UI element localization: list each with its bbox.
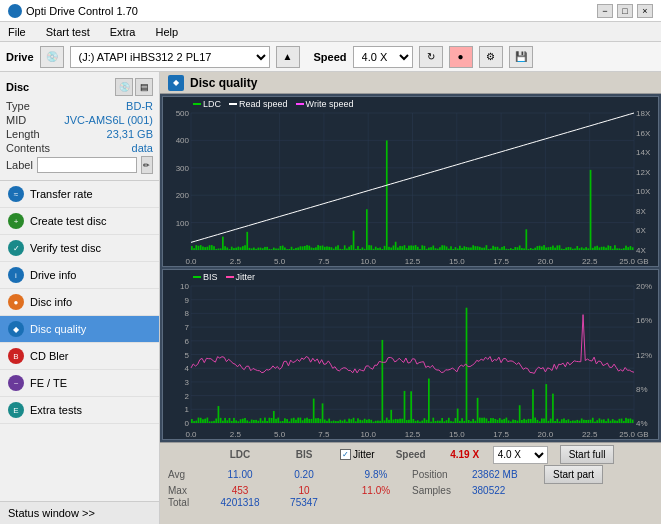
- status-window-label: Status window >>: [8, 507, 95, 519]
- nav-icon-verify-test-disc: ✓: [8, 240, 24, 256]
- legend-read: Read speed: [229, 99, 288, 109]
- drive-label: Drive: [6, 51, 34, 63]
- mid-value: JVC-AMS6L (001): [64, 114, 153, 126]
- nav-label-verify-test-disc: Verify test disc: [30, 242, 101, 254]
- nav-label-cd-bler: CD Bler: [30, 350, 69, 362]
- titlebar-title: Opti Drive Control 1.70: [8, 4, 138, 18]
- chart2-legend: BIS Jitter: [193, 272, 255, 282]
- legend-bis: BIS: [193, 272, 218, 282]
- record-button[interactable]: ●: [449, 46, 473, 68]
- disc-icon-2[interactable]: ▤: [135, 78, 153, 96]
- speed-header: Speed: [383, 449, 439, 460]
- nav-menu: ≈ Transfer rate + Create test disc ✓ Ver…: [0, 181, 159, 424]
- ldc-chart: LDC Read speed Write speed: [162, 96, 659, 267]
- jitter-check-label: Jitter: [353, 449, 375, 460]
- disc-header: Disc 💿 ▤: [6, 78, 153, 96]
- jitter-checkbox[interactable]: ✓: [340, 449, 351, 460]
- length-label: Length: [6, 128, 40, 140]
- length-value: 23,31 GB: [107, 128, 153, 140]
- label-edit-icon[interactable]: ✏: [141, 156, 153, 174]
- bis-header: BIS: [276, 449, 332, 460]
- drive-select[interactable]: (J:) ATAPI iHBS312 2 PL17: [70, 46, 270, 68]
- nav-icon-transfer-rate: ≈: [8, 186, 24, 202]
- write-dot: [296, 103, 304, 105]
- disc-contents-row: Contents data: [6, 142, 153, 154]
- main-layout: Disc 💿 ▤ Type BD-R MID JVC-AMS6L (001) L…: [0, 72, 661, 524]
- nav-item-disc-info[interactable]: ● Disc info: [0, 289, 159, 316]
- start-part-button[interactable]: Start part: [544, 465, 603, 484]
- speed-target-select[interactable]: 4.0 X: [493, 446, 548, 464]
- chart1-legend: LDC Read speed Write speed: [193, 99, 353, 109]
- jitter-checkbox-row: ✓ Jitter: [340, 449, 375, 460]
- samples-value: 380522: [472, 485, 532, 496]
- nav-item-verify-test-disc[interactable]: ✓ Verify test disc: [0, 235, 159, 262]
- status-window-button[interactable]: Status window >>: [0, 501, 159, 524]
- avg-label: Avg: [168, 469, 204, 480]
- close-button[interactable]: ×: [637, 4, 653, 18]
- sidebar: Disc 💿 ▤ Type BD-R MID JVC-AMS6L (001) L…: [0, 72, 160, 524]
- nav-icon-fe-te: ~: [8, 375, 24, 391]
- avg-ldc: 11.00: [208, 469, 272, 480]
- quality-title: Disc quality: [190, 76, 257, 90]
- menu-start-test[interactable]: Start test: [42, 26, 94, 38]
- menu-help[interactable]: Help: [151, 26, 182, 38]
- label-input[interactable]: [37, 157, 137, 173]
- speed-value: 4.19 X: [443, 449, 487, 460]
- max-ldc: 453: [208, 485, 272, 496]
- nav-item-create-test-disc[interactable]: + Create test disc: [0, 208, 159, 235]
- nav-label-disc-quality: Disc quality: [30, 323, 86, 335]
- menubar: File Start test Extra Help: [0, 22, 661, 42]
- position-label: Position: [412, 469, 468, 480]
- nav-item-extra-tests[interactable]: E Extra tests: [0, 397, 159, 424]
- ldc-dot: [193, 103, 201, 105]
- drive-bar: Drive 💿 (J:) ATAPI iHBS312 2 PL17 ▲ Spee…: [0, 42, 661, 72]
- refresh-button[interactable]: ↻: [419, 46, 443, 68]
- jitter-dot: [226, 276, 234, 278]
- nav-item-fe-te[interactable]: ~ FE / TE: [0, 370, 159, 397]
- type-label: Type: [6, 100, 30, 112]
- ldc-header: LDC: [208, 449, 272, 460]
- minimize-button[interactable]: −: [597, 4, 613, 18]
- max-jitter: 11.0%: [344, 485, 408, 496]
- disc-length-row: Length 23,31 GB: [6, 128, 153, 140]
- window-controls: − □ ×: [597, 4, 653, 18]
- menu-file[interactable]: File: [4, 26, 30, 38]
- nav-icon-create-test-disc: +: [8, 213, 24, 229]
- nav-item-transfer-rate[interactable]: ≈ Transfer rate: [0, 181, 159, 208]
- start-full-button[interactable]: Start full: [560, 445, 615, 464]
- nav-icon-disc-quality: ◆: [8, 321, 24, 337]
- position-value: 23862 MB: [472, 469, 532, 480]
- stats-max-row: Max 453 10 11.0% Samples 380522: [168, 485, 657, 496]
- total-ldc: 4201318: [208, 497, 272, 508]
- bis-dot: [193, 276, 201, 278]
- bis-chart-canvas: [163, 270, 658, 439]
- nav-label-disc-info: Disc info: [30, 296, 72, 308]
- settings-button[interactable]: ⚙: [479, 46, 503, 68]
- contents-value: data: [132, 142, 153, 154]
- titlebar: Opti Drive Control 1.70 − □ ×: [0, 0, 661, 22]
- stats-avg-row: Avg 11.00 0.20 9.8% Position 23862 MB St…: [168, 465, 657, 484]
- maximize-button[interactable]: □: [617, 4, 633, 18]
- nav-item-drive-info[interactable]: i Drive info: [0, 262, 159, 289]
- disc-type-row: Type BD-R: [6, 100, 153, 112]
- disc-mid-row: MID JVC-AMS6L (001): [6, 114, 153, 126]
- max-label: Max: [168, 485, 204, 496]
- legend-jitter: Jitter: [226, 272, 256, 282]
- app-title: Opti Drive Control 1.70: [26, 5, 138, 17]
- avg-jitter: 9.8%: [344, 469, 408, 480]
- nav-item-disc-quality[interactable]: ◆ Disc quality: [0, 316, 159, 343]
- total-bis: 75347: [276, 497, 332, 508]
- bis-chart: BIS Jitter: [162, 269, 659, 440]
- nav-icon-disc-info: ●: [8, 294, 24, 310]
- nav-item-cd-bler[interactable]: B CD Bler: [0, 343, 159, 370]
- mid-label: MID: [6, 114, 26, 126]
- disc-icon-1[interactable]: 💿: [115, 78, 133, 96]
- disc-icons: 💿 ▤: [115, 78, 153, 96]
- max-bis: 10: [276, 485, 332, 496]
- content-area: ◆ Disc quality LDC Read speed: [160, 72, 661, 524]
- drive-icon[interactable]: 💿: [40, 46, 64, 68]
- save-button[interactable]: 💾: [509, 46, 533, 68]
- speed-select[interactable]: 4.0 X: [353, 46, 413, 68]
- eject-button[interactable]: ▲: [276, 46, 300, 68]
- menu-extra[interactable]: Extra: [106, 26, 140, 38]
